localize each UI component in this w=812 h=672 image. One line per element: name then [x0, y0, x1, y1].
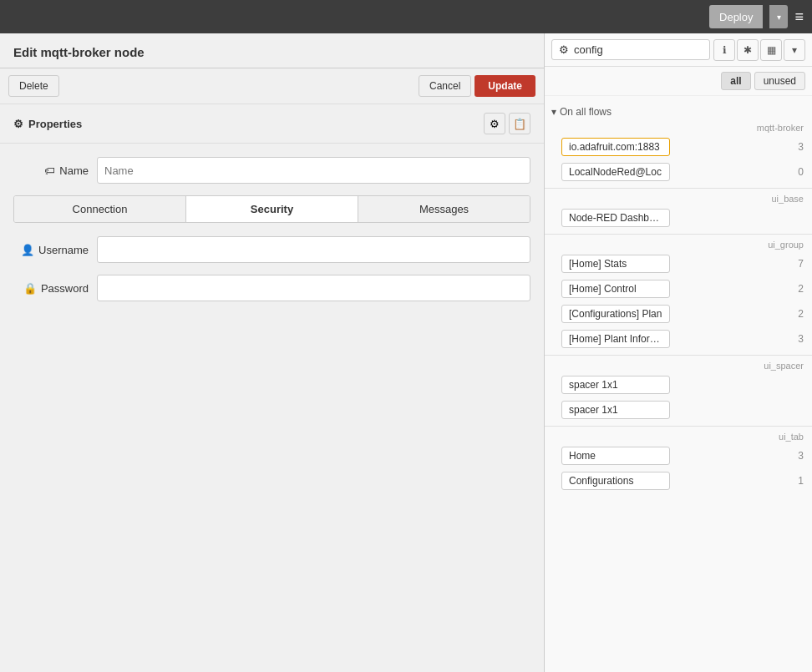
- type-label-ui-tab: ui_tab: [545, 430, 812, 443]
- prop-icons: ⚙ 📋: [484, 113, 530, 134]
- password-label: 🔒 Password: [13, 282, 89, 295]
- name-label: 🏷 Name: [13, 164, 89, 177]
- list-item[interactable]: [Home] Stats 7: [545, 251, 812, 276]
- list-item[interactable]: io.adafruit.com:1883 3: [545, 134, 812, 159]
- config-item-count: 7: [790, 258, 804, 270]
- tag-icon: 🏷: [44, 164, 55, 177]
- right-header-icons: ℹ ✱ ▦ ▾: [713, 39, 805, 61]
- list-item[interactable]: [Home] Plant Informa 3: [545, 326, 812, 351]
- config-item-label: Home: [561, 447, 670, 465]
- config-title-bar: ⚙ config: [551, 39, 710, 60]
- tab-messages[interactable]: Messages: [358, 196, 530, 222]
- config-item-count: 2: [790, 308, 804, 320]
- list-item[interactable]: [Home] Control 2: [545, 276, 812, 301]
- properties-label: Properties: [28, 118, 82, 130]
- username-input[interactable]: [97, 236, 530, 263]
- deploy-arrow-button[interactable]: ▾: [769, 5, 788, 28]
- menu-button[interactable]: ≡: [794, 8, 804, 26]
- config-item-count: 1: [790, 475, 804, 487]
- filter-all-button[interactable]: all: [721, 72, 750, 90]
- config-item-label: [Home] Stats: [561, 255, 670, 273]
- toolbar-right: Cancel Update: [419, 75, 535, 97]
- section-label: On all flows: [560, 106, 612, 118]
- gear-icon: ⚙: [13, 118, 23, 130]
- toolbar-left: Delete: [8, 75, 59, 97]
- config-item-label: spacer 1x1: [561, 376, 670, 394]
- form-content: 🏷 Name Connection Security Messages 👤 Us…: [0, 144, 544, 672]
- panel-toolbar: Delete Cancel Update: [0, 68, 544, 104]
- divider: [545, 234, 812, 235]
- settings-icon-button[interactable]: ⚙: [484, 113, 505, 134]
- filter-row: all unused: [545, 67, 812, 96]
- section-on-all-flows[interactable]: ▾ On all flows: [545, 103, 812, 121]
- properties-section: ⚙ Properties ⚙ 📋: [0, 104, 544, 144]
- divider: [545, 188, 812, 189]
- config-item-label: spacer 1x1: [561, 401, 670, 419]
- list-item[interactable]: Node-RED Dashboard: [545, 205, 812, 230]
- divider: [545, 355, 812, 356]
- update-button[interactable]: Update: [475, 75, 535, 97]
- chevron-icon-button[interactable]: ▾: [784, 39, 805, 61]
- cancel-button[interactable]: Cancel: [419, 75, 471, 97]
- panel-title: Edit mqtt-broker node: [0, 33, 544, 68]
- name-input[interactable]: [97, 157, 530, 184]
- tab-security[interactable]: Security: [186, 196, 358, 222]
- username-row: 👤 Username: [13, 236, 530, 263]
- chart-icon-button[interactable]: ▦: [760, 39, 782, 61]
- right-panel: ⚙ config ℹ ✱ ▦ ▾ all unused ▾ On all flo…: [545, 33, 812, 672]
- config-item-label: [Home] Plant Informa: [561, 330, 670, 348]
- config-gear-icon: ⚙: [559, 43, 569, 56]
- config-item-count: 3: [790, 333, 804, 345]
- list-item[interactable]: Home 3: [545, 443, 812, 468]
- username-label: 👤 Username: [13, 244, 89, 256]
- config-list: ▾ On all flows mqtt-broker io.adafruit.c…: [545, 96, 812, 672]
- config-item-count: 3: [790, 450, 804, 462]
- password-input[interactable]: [97, 275, 530, 301]
- type-label-ui-base: ui_base: [545, 192, 812, 205]
- list-item[interactable]: Configurations 1: [545, 468, 812, 493]
- list-item[interactable]: spacer 1x1: [545, 397, 812, 422]
- name-row: 🏷 Name: [13, 157, 530, 184]
- list-item[interactable]: LocalNodeRed@Loc 0: [545, 159, 812, 184]
- properties-title: ⚙ Properties: [13, 118, 82, 130]
- config-item-label: [Configurations] Plan: [561, 305, 670, 323]
- filter-unused-button[interactable]: unused: [754, 72, 805, 90]
- main-layout: Edit mqtt-broker node Delete Cancel Upda…: [0, 33, 812, 672]
- tabs-row: Connection Security Messages: [13, 195, 530, 223]
- password-row: 🔒 Password: [13, 275, 530, 301]
- config-item-label: Node-RED Dashboard: [561, 209, 670, 227]
- left-panel: Edit mqtt-broker node Delete Cancel Upda…: [0, 33, 545, 672]
- config-item-count: 0: [790, 166, 804, 178]
- list-item[interactable]: [Configurations] Plan 2: [545, 301, 812, 326]
- deploy-button[interactable]: Deploy: [709, 5, 763, 28]
- doc-icon-button[interactable]: 📋: [509, 113, 530, 134]
- info-icon-button[interactable]: ℹ: [713, 39, 735, 61]
- tab-connection[interactable]: Connection: [14, 196, 186, 222]
- delete-button[interactable]: Delete: [8, 75, 59, 97]
- chevron-down-icon: ▾: [551, 106, 556, 118]
- config-item-label: LocalNodeRed@Loc: [561, 163, 670, 181]
- config-item-label: Configurations: [561, 472, 670, 490]
- bug-icon-button[interactable]: ✱: [737, 39, 759, 61]
- config-item-count: 2: [790, 283, 804, 295]
- divider: [545, 426, 812, 427]
- top-bar: Deploy ▾ ≡: [0, 0, 812, 33]
- list-item[interactable]: spacer 1x1: [545, 372, 812, 397]
- config-item-count: 3: [790, 141, 804, 153]
- type-label-mqtt-broker: mqtt-broker: [545, 121, 812, 134]
- config-item-label: io.adafruit.com:1883: [561, 138, 670, 156]
- type-label-ui-spacer: ui_spacer: [545, 359, 812, 372]
- lock-icon: 🔒: [23, 282, 37, 295]
- right-header: ⚙ config ℹ ✱ ▦ ▾: [545, 33, 812, 67]
- config-item-label: [Home] Control: [561, 280, 670, 298]
- type-label-ui-group: ui_group: [545, 238, 812, 251]
- user-icon: 👤: [21, 244, 34, 256]
